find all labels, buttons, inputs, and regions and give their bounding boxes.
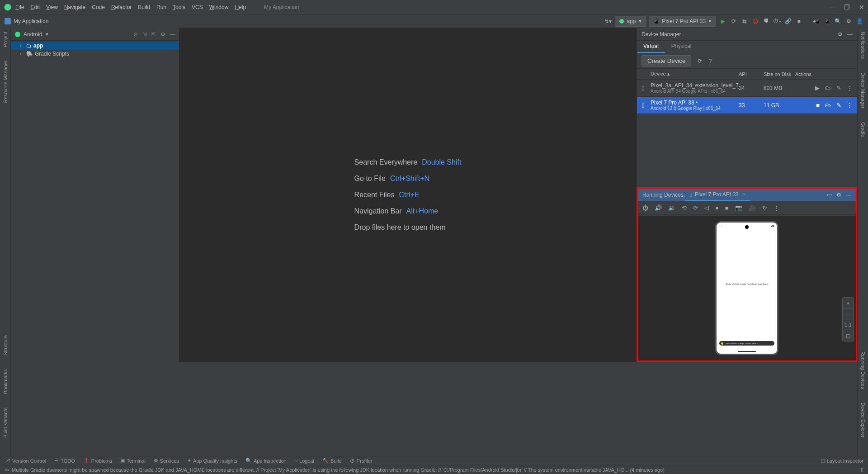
- running-device-tab[interactable]: ▯ Pixel 7 Pro API 33 ×: [685, 189, 750, 201]
- dm-hide-icon[interactable]: —: [847, 31, 853, 38]
- refresh-icon[interactable]: ↻: [762, 204, 767, 211]
- volume-down-icon[interactable]: 🔉: [668, 204, 675, 211]
- profile-icon[interactable]: ⏱▾: [773, 17, 781, 25]
- tree-gradle-scripts[interactable]: › 🐘 Gradle Scripts: [11, 50, 179, 58]
- tab-device-explorer[interactable]: Device Explorer: [860, 403, 866, 438]
- power-icon[interactable]: ⏻: [642, 204, 648, 211]
- coverage-icon[interactable]: ⛊: [762, 17, 770, 25]
- menu-build[interactable]: Build: [138, 4, 150, 10]
- run-module-selector[interactable]: app ▼: [615, 16, 646, 27]
- rd-settings-icon[interactable]: ⚙: [836, 192, 841, 198]
- dm-help-icon[interactable]: ?: [708, 58, 712, 64]
- tab-device-manager[interactable]: Device Manager: [860, 72, 866, 109]
- col-api[interactable]: API: [739, 71, 764, 77]
- dm-device-row-selected[interactable]: ▯ Pixel 7 Pro API 33 • Android 13.0 Goog…: [637, 97, 857, 114]
- emulator-viewport[interactable]: ◦ ◦ ◦ ◦ ◢ ▮ Some default emails have bee…: [638, 216, 856, 360]
- dm-settings-icon[interactable]: ⚙: [838, 31, 843, 38]
- dm-menu-icon[interactable]: ⋮: [847, 102, 853, 109]
- dm-play-icon[interactable]: ▶: [815, 85, 820, 91]
- menu-view[interactable]: View: [46, 4, 58, 10]
- menu-file[interactable]: File: [15, 4, 24, 10]
- dm-refresh-icon[interactable]: ⟳: [698, 58, 702, 64]
- tab-profiler[interactable]: ⏱ Profiler: [350, 458, 373, 464]
- rd-window-icon[interactable]: ▭: [827, 192, 832, 198]
- sync-gradle-icon[interactable]: ↯▾: [604, 17, 612, 25]
- rd-hide-icon[interactable]: —: [846, 192, 851, 198]
- phone-screen[interactable]: ◦ ◦ ◦ ◦ ◢ ▮ Some default emails have bee…: [715, 221, 778, 355]
- dm-device-row[interactable]: ▯ Pixel_3a_API_34_extension_level_7_x86.…: [637, 80, 857, 97]
- menu-refactor[interactable]: Refactor: [111, 4, 132, 10]
- sdk-manager-icon[interactable]: 📱: [823, 17, 831, 25]
- device-selector[interactable]: 📱 Pixel 7 Pro API 33 ▼: [649, 16, 716, 27]
- dm-tab-physical[interactable]: Physical: [665, 41, 698, 53]
- zoom-out-icon[interactable]: −: [843, 308, 854, 319]
- apply-changes-icon[interactable]: ⟳: [730, 17, 738, 25]
- tab-logcat[interactable]: ≡ Logcat: [295, 458, 314, 464]
- dm-folder-icon[interactable]: 🗁: [825, 85, 831, 91]
- tab-problems[interactable]: ❗ Problems: [83, 458, 112, 464]
- tab-running-devices[interactable]: Running Devices: [860, 351, 866, 389]
- status-right-icon[interactable]: ▯: [861, 467, 863, 473]
- dm-edit-icon[interactable]: ✎: [836, 85, 841, 91]
- zoom-in-icon[interactable]: +: [843, 298, 854, 308]
- attach-debugger-icon[interactable]: 🔗: [784, 17, 792, 25]
- col-actions[interactable]: Actions: [795, 71, 857, 77]
- tab-bookmarks[interactable]: Bookmarks: [3, 369, 8, 394]
- dm-stop-icon[interactable]: ■: [816, 102, 820, 109]
- volume-up-icon[interactable]: 🔊: [655, 204, 662, 211]
- panel-hide-icon[interactable]: —: [170, 31, 175, 38]
- status-message-icon[interactable]: ▭: [5, 467, 9, 473]
- zoom-fit-icon[interactable]: ▢: [843, 330, 854, 341]
- menu-window[interactable]: Window: [209, 4, 229, 10]
- back-icon[interactable]: ◁: [704, 204, 709, 211]
- tab-resource-manager[interactable]: Resource Manager: [3, 61, 8, 103]
- screenshot-icon[interactable]: 📷: [735, 204, 742, 211]
- menu-tools[interactable]: Tools: [173, 4, 185, 10]
- window-minimize[interactable]: —: [829, 4, 835, 11]
- search-everywhere-icon[interactable]: 🔍: [834, 17, 842, 25]
- tab-build[interactable]: 🔨 Build: [322, 458, 341, 464]
- col-device[interactable]: Device ▴: [651, 71, 739, 77]
- tab-build-variants[interactable]: Build Variants: [3, 408, 8, 438]
- dm-tab-virtual[interactable]: Virtual: [637, 41, 665, 53]
- zoom-11-button[interactable]: 1:1: [843, 319, 854, 330]
- panel-settings-icon[interactable]: ⚙: [160, 31, 165, 38]
- apply-code-icon[interactable]: ⇆: [741, 17, 749, 25]
- tab-app-inspection[interactable]: 🔍 App Inspection: [245, 458, 287, 464]
- tab-notifications[interactable]: Notifications: [860, 32, 866, 59]
- close-tab-icon[interactable]: ×: [743, 191, 746, 198]
- settings-icon[interactable]: ⚙: [844, 17, 853, 25]
- record-icon[interactable]: 🎥: [749, 204, 756, 211]
- home-icon[interactable]: ●: [715, 204, 719, 211]
- tab-gradle[interactable]: Gradle: [860, 122, 866, 137]
- rotate-right-icon[interactable]: ⟳: [693, 204, 698, 211]
- rotate-left-icon[interactable]: ⟲: [682, 204, 687, 211]
- locate-icon[interactable]: ⊙: [133, 31, 138, 38]
- account-icon[interactable]: 👤: [855, 17, 863, 25]
- tab-app-quality[interactable]: ✦ App Quality Insights: [187, 458, 237, 464]
- stop-button[interactable]: ■: [795, 17, 803, 25]
- project-view-selector[interactable]: Android ▼: [14, 31, 49, 38]
- tab-terminal[interactable]: ▣ Terminal: [120, 458, 146, 464]
- menu-run[interactable]: Run: [156, 4, 166, 10]
- window-maximize[interactable]: ❐: [844, 4, 850, 11]
- tree-app[interactable]: › 🗀 app: [11, 42, 179, 50]
- window-close[interactable]: ✕: [859, 4, 864, 11]
- run-button[interactable]: ▶: [719, 17, 727, 25]
- menu-vcs[interactable]: VCS: [192, 4, 203, 10]
- dm-menu-icon[interactable]: ⋮: [847, 85, 853, 91]
- collapse-all-icon[interactable]: ⇱: [151, 31, 156, 38]
- breadcrumb-project[interactable]: My Application: [14, 18, 48, 24]
- tab-version-control[interactable]: ⎇ Version Control: [5, 458, 46, 464]
- tab-project[interactable]: Project: [3, 32, 8, 47]
- create-device-button[interactable]: Create Device: [642, 55, 691, 66]
- more-icon[interactable]: ⋮: [774, 204, 779, 211]
- menu-help[interactable]: Help: [235, 4, 246, 10]
- menu-code[interactable]: Code: [92, 4, 105, 10]
- avd-manager-icon[interactable]: 📲: [812, 17, 820, 25]
- editor-empty-area[interactable]: Search EverywhereDouble Shift Go to File…: [179, 28, 637, 362]
- tab-services[interactable]: ☸ Services: [154, 458, 179, 464]
- dm-folder-icon[interactable]: 🗁: [825, 102, 831, 109]
- debug-button[interactable]: 🐞: [751, 17, 760, 25]
- menu-navigate[interactable]: Navigate: [64, 4, 85, 10]
